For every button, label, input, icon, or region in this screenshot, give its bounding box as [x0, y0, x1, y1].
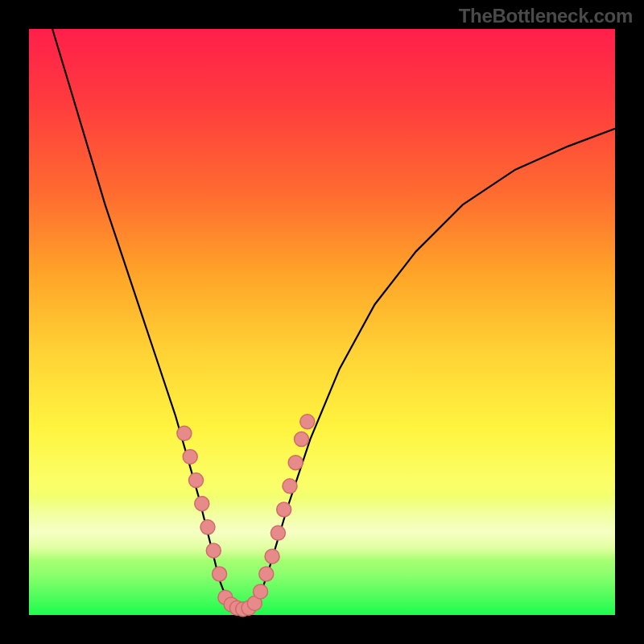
marker-dot — [270, 526, 285, 540]
marker-dot — [259, 567, 274, 581]
bottleneck-curve — [52, 29, 615, 609]
curve-group — [52, 29, 615, 609]
marker-dot — [277, 502, 291, 517]
outer-frame: TheBottleneck.com — [0, 0, 644, 644]
marker-dot — [295, 432, 309, 447]
marker-dot — [213, 567, 227, 581]
marker-dot — [183, 449, 197, 464]
chart-svg — [29, 29, 615, 615]
plot-area — [29, 29, 615, 615]
marker-dot — [288, 456, 303, 470]
marker-group — [177, 415, 315, 617]
marker-dot — [189, 473, 204, 488]
marker-dot — [254, 584, 268, 599]
marker-dot — [283, 479, 297, 493]
marker-dot — [200, 520, 215, 535]
marker-dot — [195, 497, 209, 511]
marker-dot — [265, 549, 279, 564]
marker-dot — [177, 426, 192, 440]
branding-watermark: TheBottleneck.com — [459, 5, 633, 27]
marker-dot — [206, 543, 221, 558]
marker-dot — [300, 415, 315, 429]
